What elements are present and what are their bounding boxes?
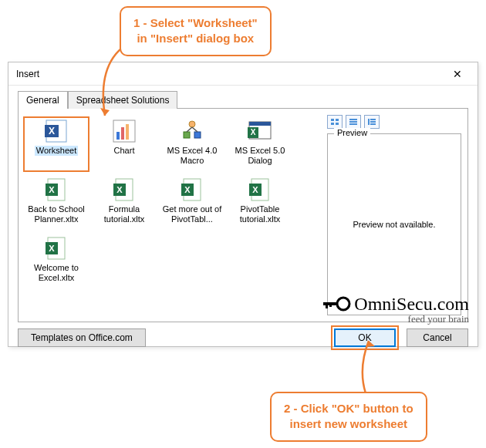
svg-rect-32 <box>336 123 339 125</box>
right-column: Preview Preview not available. <box>321 109 467 322</box>
list-icon <box>349 118 358 126</box>
svg-rect-11 <box>249 122 271 126</box>
svg-text:X: X <box>49 126 55 136</box>
watermark-logo: OmniSecu.com feed your brain <box>323 293 469 325</box>
tab-row: General Spreadsheet Solutions <box>8 86 478 108</box>
svg-rect-34 <box>349 121 357 123</box>
view-details-button[interactable] <box>364 115 380 129</box>
template-label: Welcome to Excel.xltx <box>23 263 89 282</box>
template-item-back-to-school-planner-xltx[interactable]: XBack to School Planner.xltx <box>23 175 89 231</box>
watermark-tagline: feed your brain <box>408 313 469 325</box>
svg-text:X: X <box>116 185 123 194</box>
template-icon <box>179 118 205 144</box>
large-icons-icon <box>330 118 339 126</box>
tab-panel: XWorksheetChartMS Excel 4.0 MacroXMS Exc… <box>18 108 468 322</box>
close-button[interactable]: ✕ <box>442 65 473 83</box>
svg-rect-36 <box>368 119 370 125</box>
dialog-title: Insert <box>16 69 442 79</box>
svg-rect-35 <box>349 123 357 125</box>
template-item-formula-tutorial-xltx[interactable]: XFormula tutorial.xltx <box>91 175 157 231</box>
template-item-ms-excel-5-0-dialog[interactable]: XMS Excel 5.0 Dialog <box>227 116 293 172</box>
template-item-welcome-to-excel-xltx[interactable]: XWelcome to Excel.xltx <box>23 234 89 289</box>
template-icon: X <box>111 177 137 203</box>
details-icon <box>367 118 376 126</box>
titlebar: Insert ✕ <box>8 62 478 86</box>
close-icon: ✕ <box>453 68 462 80</box>
dialog-button-row: Templates on Office.com OK Cancel <box>8 328 478 355</box>
svg-point-40 <box>337 298 349 310</box>
cancel-button[interactable]: Cancel <box>407 328 468 347</box>
template-item-ms-excel-4-0-macro[interactable]: MS Excel 4.0 Macro <box>159 116 225 172</box>
template-icon: X <box>43 118 69 144</box>
svg-rect-5 <box>121 127 124 140</box>
template-label: Chart <box>114 146 135 156</box>
svg-rect-42 <box>326 302 328 308</box>
view-list-button[interactable] <box>346 115 361 129</box>
watermark-name: OmniSecu.com <box>354 294 469 315</box>
svg-rect-9 <box>194 132 201 138</box>
preview-label: Preview <box>334 128 370 137</box>
callout-1-text: 1 - Select "Worksheet" in "Insert" dialo… <box>133 16 258 45</box>
callout-2-text: 2 - Click "OK" button to insert new work… <box>284 402 413 430</box>
preview-message: Preview not available. <box>328 220 461 229</box>
templates-list: XWorksheetChartMS Excel 4.0 MacroXMS Exc… <box>19 109 321 322</box>
svg-rect-33 <box>349 119 357 120</box>
template-label: Back to School Planner.xltx <box>23 204 89 224</box>
template-label: MS Excel 4.0 Macro <box>159 146 225 165</box>
template-label: PivotTable tutorial.xltx <box>227 204 293 224</box>
template-item-worksheet[interactable]: XWorksheet <box>23 116 89 172</box>
svg-rect-30 <box>336 119 339 121</box>
svg-text:X: X <box>252 185 258 194</box>
template-label: Get more out of PivotTabl... <box>159 204 225 224</box>
svg-text:X: X <box>251 128 256 136</box>
view-large-icons-button[interactable] <box>327 115 343 129</box>
template-icon: X <box>43 177 69 203</box>
svg-rect-39 <box>370 123 376 125</box>
svg-rect-8 <box>184 132 190 138</box>
template-icon: X <box>247 177 273 203</box>
templates-office-button[interactable]: Templates on Office.com <box>18 328 146 347</box>
svg-rect-31 <box>331 123 334 125</box>
svg-rect-4 <box>116 132 120 140</box>
view-mode-buttons <box>327 115 461 129</box>
svg-rect-37 <box>370 119 376 120</box>
tab-general[interactable]: General <box>18 91 68 109</box>
svg-text:X: X <box>184 185 191 194</box>
key-icon <box>323 293 351 315</box>
svg-rect-38 <box>370 121 376 123</box>
svg-text:X: X <box>49 185 55 194</box>
svg-rect-43 <box>329 302 332 307</box>
template-icon: X <box>179 177 205 203</box>
template-icon: X <box>247 118 273 144</box>
svg-text:X: X <box>49 244 55 253</box>
preview-box: Preview Preview not available. <box>327 133 461 315</box>
callout-2-arrow <box>355 335 386 396</box>
template-label: Formula tutorial.xltx <box>91 204 157 224</box>
svg-point-7 <box>189 121 195 127</box>
template-icon: X <box>43 235 69 261</box>
template-item-pivottable-tutorial-xltx[interactable]: XPivotTable tutorial.xltx <box>227 175 293 231</box>
template-label: Worksheet <box>35 146 78 156</box>
svg-rect-29 <box>331 119 334 121</box>
callout-step-2: 2 - Click "OK" button to insert new work… <box>270 392 427 442</box>
template-label: MS Excel 5.0 Dialog <box>227 146 293 165</box>
callout-step-1: 1 - Select "Worksheet" in "Insert" dialo… <box>120 6 272 56</box>
template-item-get-more-out-of-pivottabl[interactable]: XGet more out of PivotTabl... <box>159 175 225 231</box>
